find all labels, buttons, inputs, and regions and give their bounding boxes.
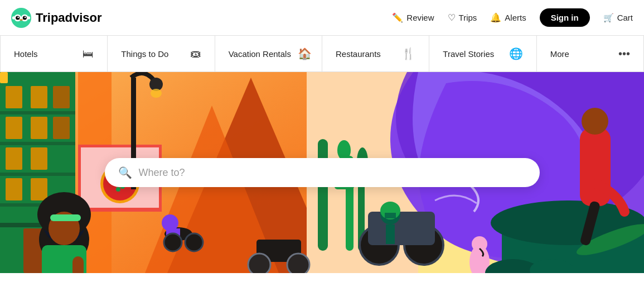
svg-rect-67 <box>386 224 395 244</box>
tripadvisor-logo-icon <box>11 8 31 28</box>
svg-rect-56 <box>0 72 8 83</box>
svg-rect-19 <box>31 117 47 139</box>
review-icon: ✏️ <box>392 12 403 23</box>
tab-vacation-rentals-icon: 🏠 <box>298 47 312 60</box>
tab-restaurants-icon: 🍴 <box>401 47 415 60</box>
tab-hotels-icon: 🛏 <box>83 47 94 60</box>
tab-things-to-do-label: Things to Do <box>121 49 168 59</box>
trips-nav-item[interactable]: ♡ Trips <box>448 12 477 23</box>
tab-vacation-rentals-label: Vacation Rentals <box>229 49 291 59</box>
svg-rect-23 <box>53 117 70 139</box>
tab-more-icon: ••• <box>618 47 630 60</box>
tab-more[interactable]: More ••• <box>537 36 644 71</box>
alerts-nav-item[interactable]: 🔔 Alerts <box>490 12 526 23</box>
svg-rect-20 <box>31 147 47 170</box>
svg-rect-14 <box>6 86 22 108</box>
alerts-label: Alerts <box>505 13 526 22</box>
svg-rect-18 <box>31 86 47 108</box>
category-nav: Hotels 🛏 Things to Do 🎟 Vacation Rentals… <box>0 36 644 72</box>
cart-label: Cart <box>617 13 633 22</box>
search-icon: 🔍 <box>118 166 132 179</box>
cart-nav-item[interactable]: 🛒 Cart <box>603 13 633 23</box>
svg-rect-17 <box>6 178 22 200</box>
tab-restaurants[interactable]: Restaurants 🍴 <box>322 36 429 71</box>
svg-rect-27 <box>0 142 75 145</box>
tab-travel-stories-icon: 🌐 <box>509 47 523 60</box>
svg-rect-42 <box>318 139 328 251</box>
tab-hotels[interactable]: Hotels 🛏 <box>0 36 108 71</box>
tab-hotels-label: Hotels <box>14 49 38 59</box>
svg-point-8 <box>27 16 30 19</box>
svg-rect-22 <box>53 86 70 108</box>
search-input[interactable] <box>139 167 526 179</box>
alerts-icon: 🔔 <box>490 12 501 23</box>
tab-things-to-do[interactable]: Things to Do 🎟 <box>108 36 215 71</box>
svg-point-61 <box>164 233 182 251</box>
hero-section: 🔍 <box>0 72 644 273</box>
svg-rect-21 <box>31 178 47 200</box>
svg-rect-65 <box>368 212 435 245</box>
svg-rect-28 <box>0 173 75 176</box>
svg-rect-15 <box>6 117 22 139</box>
header: Tripadvisor ✏️ Review ♡ Trips 🔔 Alerts S… <box>0 0 644 36</box>
search-bar: 🔍 <box>105 158 540 187</box>
svg-rect-76 <box>72 256 84 273</box>
trips-label: Trips <box>459 13 477 22</box>
tab-vacation-rentals[interactable]: Vacation Rentals 🏠 <box>215 36 322 71</box>
logo[interactable]: Tripadvisor <box>11 8 102 28</box>
svg-rect-81 <box>50 214 81 221</box>
trips-icon: ♡ <box>448 12 456 23</box>
review-label: Review <box>406 13 434 22</box>
svg-rect-16 <box>6 147 22 170</box>
svg-point-95 <box>248 254 270 273</box>
svg-point-96 <box>287 254 309 273</box>
cart-icon: 🛒 <box>603 13 614 23</box>
tab-travel-stories-label: Travel Stories <box>443 49 494 59</box>
tab-restaurants-label: Restaurants <box>336 49 381 59</box>
svg-point-57 <box>151 89 162 98</box>
signin-button[interactable]: Sign in <box>540 8 590 27</box>
svg-point-6 <box>25 16 26 18</box>
svg-point-5 <box>17 16 19 18</box>
svg-point-89 <box>582 108 608 135</box>
svg-point-7 <box>12 16 15 19</box>
logo-text: Tripadvisor <box>36 11 102 25</box>
tab-travel-stories[interactable]: Travel Stories 🌐 <box>429 36 536 71</box>
svg-rect-69 <box>385 213 396 218</box>
review-nav-item[interactable]: ✏️ Review <box>392 12 434 23</box>
svg-point-38 <box>116 187 120 192</box>
tab-more-label: More <box>550 49 569 59</box>
header-nav: ✏️ Review ♡ Trips 🔔 Alerts Sign in 🛒 Car… <box>392 8 633 27</box>
tab-things-to-do-icon: 🎟 <box>190 47 201 60</box>
svg-point-62 <box>185 233 203 251</box>
search-container: 🔍 <box>105 158 540 187</box>
svg-rect-26 <box>0 111 75 114</box>
